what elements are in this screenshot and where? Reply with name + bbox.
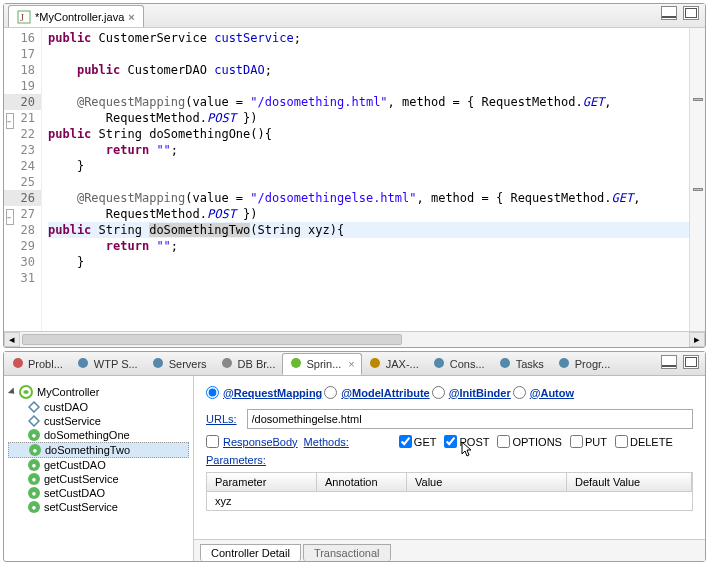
java-file-icon: J [17,10,31,24]
svg-text:J: J [20,12,24,23]
close-icon[interactable]: × [128,11,134,23]
scroll-left-icon[interactable]: ◂ [4,332,20,347]
code-line[interactable]: RequestMethod.POST }) [48,206,689,222]
sub-tab-controller-detail[interactable]: Controller Detail [200,544,301,561]
table-header[interactable]: Parameter [207,473,317,491]
responsebody-checkbox[interactable] [206,435,219,448]
view-tab-tasks[interactable]: Tasks [492,353,551,375]
editor-tab[interactable]: J *MyController.java × [8,5,144,27]
urls-input[interactable] [247,409,693,429]
spring-icon [19,385,33,399]
code-line[interactable]: public CustomerService custService; [48,30,689,46]
detail-sub-tabs: Controller DetailTransactional [194,539,705,561]
parameters-table: Parameter Annotation Value Default Value… [206,472,693,511]
annotation-radio[interactable]: @InitBinder [432,386,511,399]
db-icon [221,357,235,371]
maximize-icon[interactable] [683,6,699,20]
scroll-right-icon[interactable]: ▸ [689,332,705,347]
code-line[interactable] [48,270,689,286]
code-line[interactable] [48,46,689,62]
method-icon: ● [28,501,40,513]
code-line[interactable] [48,174,689,190]
responsebody-link[interactable]: ResponseBody [223,436,298,448]
overview-ruler[interactable] [689,28,705,331]
code-area[interactable]: 1617181920−212223242526−2728293031 publi… [4,28,705,331]
view-tab-cons[interactable]: Cons... [426,353,492,375]
method-icon: ● [29,444,41,456]
annotation-radio[interactable]: @ModelAttribute [324,386,429,399]
svg-point-10 [559,358,569,368]
progress-icon [558,357,572,371]
tree-item-setCustService[interactable]: ●setCustService [8,500,189,514]
annotation-radio[interactable]: @RequestMapping [206,386,322,399]
view-tab-dbbr[interactable]: DB Br... [214,353,283,375]
editor-tab-title: *MyController.java [35,11,124,23]
view-tab-wtps[interactable]: WTP S... [70,353,145,375]
view-tab-progr[interactable]: Progr... [551,353,617,375]
field-icon [28,415,40,427]
parameters-link[interactable]: Parameters: [206,454,266,466]
tree-item-custDAO[interactable]: custDAO [8,400,189,414]
svg-point-8 [434,358,444,368]
view-tab-bar: Probl...WTP S...ServersDB Br...Sprin...×… [4,352,705,376]
view-tab-sprin[interactable]: Sprin...× [282,353,361,375]
code-line[interactable]: } [48,158,689,174]
editor-pane: J *MyController.java × 1617181920−212223… [3,3,706,348]
table-row[interactable]: xyz [207,492,692,510]
code-line[interactable]: @RequestMapping(value = "/dosomething.ht… [48,94,689,110]
http-method-get[interactable]: GET [399,435,437,448]
maximize-icon[interactable] [683,355,699,369]
scroll-thumb[interactable] [22,334,402,345]
code-line[interactable]: public String doSomethingTwo(String xyz)… [48,222,689,238]
annotation-radio-row: @RequestMapping@ModelAttribute@InitBinde… [206,386,693,399]
code-line[interactable]: public CustomerDAO custDAO; [48,62,689,78]
tree-item-setCustDAO[interactable]: ●setCustDAO [8,486,189,500]
code-body[interactable]: public CustomerService custService; publ… [42,28,689,331]
expand-icon[interactable] [8,387,17,396]
svg-point-3 [78,358,88,368]
code-line[interactable]: } [48,254,689,270]
code-line[interactable]: return ""; [48,142,689,158]
code-line[interactable]: return ""; [48,238,689,254]
minimize-icon[interactable] [661,355,677,369]
scrollbar-horizontal[interactable]: ◂ ▸ [4,331,705,347]
outline-tree[interactable]: MyControllercustDAOcustService●doSomethi… [4,376,194,561]
http-method-post[interactable]: POST [444,435,489,448]
method-icon: ● [28,459,40,471]
code-line[interactable]: @RequestMapping(value = "/dosomethingels… [48,190,689,206]
method-icon: ● [28,487,40,499]
sub-tab-transactional[interactable]: Transactional [303,544,391,561]
svg-point-7 [370,358,380,368]
server-icon [152,357,166,371]
annotation-radio[interactable]: @Autow [513,386,574,399]
detail-pane: @RequestMapping@ModelAttribute@InitBinde… [194,376,705,561]
table-header[interactable]: Annotation [317,473,407,491]
tree-item-getCustDAO[interactable]: ●getCustDAO [8,458,189,472]
tree-item-doSomethingTwo[interactable]: ●doSomethingTwo [8,442,189,458]
jax-icon [369,357,383,371]
tree-item-getCustService[interactable]: ●getCustService [8,472,189,486]
table-header[interactable]: Value [407,473,567,491]
minimize-icon[interactable] [661,6,677,20]
http-method-put[interactable]: PUT [570,435,607,448]
view-tab-jax[interactable]: JAX-... [362,353,426,375]
view-tab-probl[interactable]: Probl... [4,353,70,375]
code-line[interactable] [48,78,689,94]
view-tab-servers[interactable]: Servers [145,353,214,375]
method-icon: ● [28,473,40,485]
tree-item-custService[interactable]: custService [8,414,189,428]
urls-link[interactable]: URLs: [206,413,237,425]
close-icon[interactable]: × [348,358,354,370]
views-pane: Probl...WTP S...ServersDB Br...Sprin...×… [3,351,706,562]
svg-point-6 [291,358,301,368]
tree-root[interactable]: MyController [8,384,189,400]
tasks-icon [499,357,513,371]
table-header[interactable]: Default Value [567,473,692,491]
http-method-options[interactable]: OPTIONS [497,435,562,448]
code-line[interactable]: RequestMethod.POST }) [48,110,689,126]
code-line[interactable]: public String doSomethingOne(){ [48,126,689,142]
methods-link[interactable]: Methods: [304,436,349,448]
tree-item-doSomethingOne[interactable]: ●doSomethingOne [8,428,189,442]
http-method-delete[interactable]: DELETE [615,435,673,448]
svg-point-9 [500,358,510,368]
